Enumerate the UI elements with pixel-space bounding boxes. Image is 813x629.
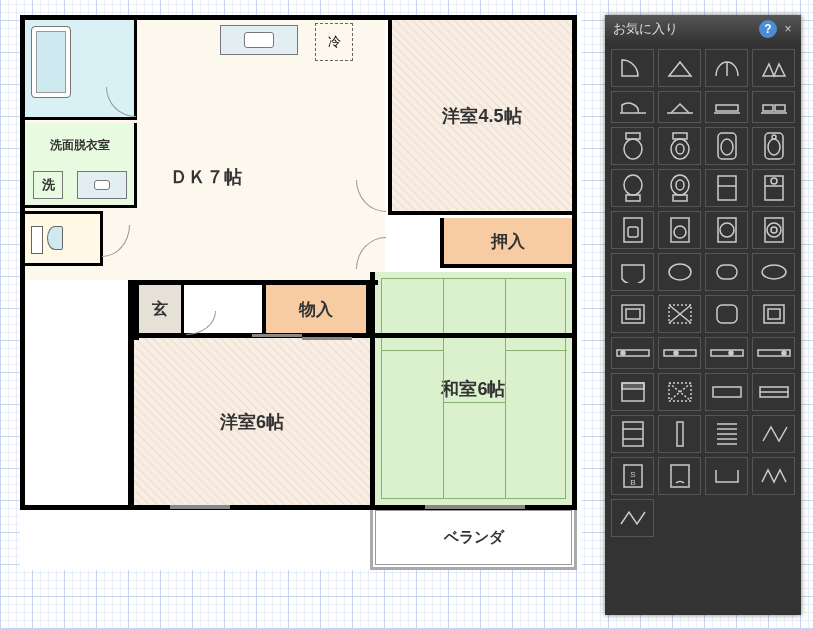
svg-point-15 (671, 175, 689, 195)
svg-point-11 (768, 139, 780, 155)
shape-gauge[interactable] (658, 457, 701, 495)
svg-rect-31 (717, 265, 737, 279)
shape-triangle[interactable] (658, 49, 701, 87)
shape-sb[interactable]: SB (611, 457, 654, 495)
svg-point-42 (674, 351, 678, 355)
shape-tub-a[interactable] (611, 253, 654, 291)
svg-rect-1 (763, 105, 773, 111)
shape-zigzag3[interactable] (611, 499, 654, 537)
shape-zigzag[interactable] (752, 415, 795, 453)
svg-rect-57 (671, 465, 689, 487)
shape-bar-b[interactable] (658, 337, 701, 369)
svg-point-7 (676, 144, 684, 154)
shape-bar-d[interactable] (752, 337, 795, 369)
shape-double-door[interactable] (705, 49, 748, 87)
svg-rect-41 (664, 350, 696, 356)
shape-toilet-e[interactable] (611, 169, 654, 207)
svg-point-16 (676, 180, 684, 190)
svg-point-32 (762, 265, 786, 279)
shape-stair-a[interactable] (705, 415, 748, 453)
svg-point-30 (669, 264, 691, 280)
svg-point-12 (772, 135, 776, 139)
shape-tub-b[interactable] (658, 253, 701, 291)
svg-rect-53 (677, 422, 683, 446)
close-icon[interactable]: × (779, 20, 797, 38)
shape-bar-a[interactable] (611, 337, 654, 369)
shape-square-thin[interactable] (752, 295, 795, 333)
shape-cross[interactable] (658, 295, 701, 333)
shape-sink-b[interactable] (658, 211, 701, 249)
shape-sink-a[interactable] (611, 211, 654, 249)
shape-rect-split-b[interactable] (752, 169, 795, 207)
svg-point-28 (767, 223, 781, 237)
svg-point-24 (674, 226, 686, 238)
shape-toilet-f[interactable] (658, 169, 701, 207)
shape-flat-split[interactable] (752, 91, 795, 123)
wall-segment (128, 280, 139, 340)
shape-toilet-b[interactable] (658, 127, 701, 165)
shape-open-a[interactable] (705, 457, 748, 495)
svg-point-46 (782, 351, 786, 355)
shape-washer-a[interactable] (705, 211, 748, 249)
panel-header[interactable]: お気に入り ? × (605, 15, 801, 43)
svg-point-44 (729, 351, 733, 355)
svg-point-29 (771, 227, 777, 233)
favorites-panel[interactable]: お気に入り ? × (605, 15, 801, 615)
shape-toilet-c[interactable] (705, 127, 748, 165)
svg-rect-18 (718, 176, 736, 200)
shape-flat-rect[interactable] (705, 91, 748, 123)
svg-rect-2 (775, 105, 785, 111)
svg-rect-0 (716, 105, 738, 111)
floorplan[interactable]: ＤＫ７帖 洗面脱衣室 洗 冷 洋室4.5帖 押入 玄 物入 (20, 15, 582, 570)
shape-flat-a[interactable] (705, 373, 748, 411)
svg-rect-50 (713, 387, 741, 397)
shape-square-round[interactable] (705, 295, 748, 333)
shape-zigzag2[interactable] (752, 457, 795, 495)
svg-rect-36 (717, 305, 737, 323)
shape-flat-b[interactable] (752, 373, 795, 411)
shape-box-hatched[interactable] (658, 373, 701, 411)
shape-toilet-d[interactable] (752, 127, 795, 165)
shape-bar-c[interactable] (705, 337, 748, 369)
svg-point-6 (671, 139, 689, 159)
svg-rect-48 (622, 383, 644, 389)
wall-segment (370, 272, 375, 507)
help-icon[interactable]: ? (759, 20, 777, 38)
svg-rect-43 (711, 350, 743, 356)
wall-segment (128, 280, 378, 285)
svg-rect-38 (768, 309, 780, 319)
svg-rect-22 (628, 227, 638, 237)
svg-rect-34 (626, 309, 640, 319)
svg-rect-5 (673, 133, 687, 139)
shape-toilet-a[interactable] (611, 127, 654, 165)
shape-panel-a[interactable] (611, 415, 654, 453)
veranda-outline (370, 510, 577, 570)
shape-box-a[interactable] (611, 373, 654, 411)
svg-rect-52 (623, 422, 643, 446)
shape-tray[interactable] (611, 295, 654, 333)
shape-pipe[interactable] (658, 415, 701, 453)
panel-title: お気に入り (613, 20, 757, 38)
svg-rect-17 (673, 195, 687, 201)
svg-text:B: B (630, 478, 635, 487)
panel-body: SB (605, 43, 801, 543)
svg-point-26 (720, 223, 734, 237)
svg-point-20 (771, 178, 777, 184)
shape-flat-triangle[interactable] (658, 91, 701, 123)
shape-rect-split-a[interactable] (705, 169, 748, 207)
shape-tub-round[interactable] (705, 253, 748, 291)
shape-flat-quarter[interactable] (611, 91, 654, 123)
shape-oval[interactable] (752, 253, 795, 291)
svg-point-9 (721, 139, 733, 155)
svg-rect-14 (626, 195, 640, 201)
svg-rect-19 (765, 176, 783, 200)
svg-point-40 (621, 351, 625, 355)
shape-double-triangle[interactable] (752, 49, 795, 87)
outer-wall (20, 15, 577, 510)
svg-point-4 (624, 139, 642, 159)
svg-rect-21 (624, 218, 642, 242)
svg-rect-37 (764, 305, 784, 323)
shape-washer-b[interactable] (752, 211, 795, 249)
shape-quarter-arc[interactable] (611, 49, 654, 87)
svg-point-13 (624, 175, 642, 195)
